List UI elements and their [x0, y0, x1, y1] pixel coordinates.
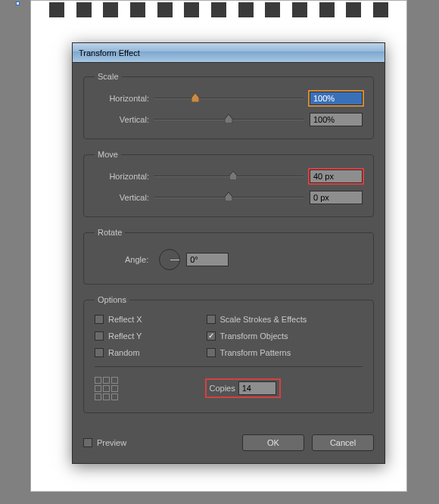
move-h-slider[interactable]: [154, 170, 304, 183]
angle-dial[interactable]: [159, 249, 180, 270]
move-v-label: Vertical:: [95, 193, 154, 202]
options-legend: Options: [95, 295, 129, 304]
reflect-y-label: Reflect Y: [108, 331, 142, 341]
transform-effect-dialog: Transform Effect Scale Horizontal: 100% …: [72, 42, 385, 464]
preview-label: Preview: [97, 438, 126, 447]
scale-v-input[interactable]: 100%: [310, 113, 363, 126]
angle-input[interactable]: 0°: [186, 253, 229, 266]
selection-handle-tl[interactable]: [16, 2, 20, 5]
transform-objects-checkbox[interactable]: ✓Transform Objects: [207, 331, 363, 341]
transform-objects-label: Transform Objects: [220, 331, 288, 341]
svg-marker-1: [225, 114, 232, 123]
svg-marker-3: [225, 192, 232, 201]
artboard-top-marks: [49, 2, 388, 17]
move-v-slider[interactable]: [154, 191, 304, 204]
scale-strokes-checkbox[interactable]: Scale Strokes & Effects: [207, 315, 363, 324]
reflect-x-checkbox[interactable]: Reflect X: [95, 315, 207, 324]
scale-legend: Scale: [95, 72, 122, 81]
reflect-y-checkbox[interactable]: Reflect Y: [95, 331, 207, 341]
move-v-input[interactable]: 0 px: [310, 191, 363, 204]
preview-checkbox[interactable]: Preview: [83, 438, 235, 447]
scale-h-slider[interactable]: [154, 92, 304, 105]
scale-v-label: Vertical:: [95, 115, 154, 124]
scale-h-label: Horizontal:: [95, 94, 154, 103]
move-legend: Move: [95, 150, 121, 159]
svg-marker-2: [229, 171, 237, 180]
ok-button[interactable]: OK: [242, 434, 304, 451]
copies-row: Copies 14: [207, 380, 279, 397]
move-h-input[interactable]: 40 px: [310, 170, 363, 183]
svg-marker-0: [191, 93, 199, 102]
dialog-title: Transform Effect: [79, 48, 140, 58]
rotate-group: Rotate Angle: 0°: [83, 228, 374, 285]
move-h-label: Horizontal:: [95, 172, 154, 181]
copies-input[interactable]: 14: [238, 381, 276, 395]
transform-patterns-checkbox[interactable]: Transform Patterns: [207, 348, 363, 357]
move-group: Move Horizontal: 40 px Vertical:: [83, 150, 374, 217]
scale-strokes-label: Scale Strokes & Effects: [220, 315, 307, 324]
options-group: Options Reflect X Scale Strokes & Effect…: [83, 295, 374, 413]
copies-label: Copies: [210, 384, 235, 393]
scale-group: Scale Horizontal: 100% Vertical:: [83, 72, 374, 139]
transform-patterns-label: Transform Patterns: [220, 348, 291, 357]
cancel-button[interactable]: Cancel: [312, 434, 374, 451]
random-label: Random: [108, 348, 140, 357]
scale-h-input[interactable]: 100%: [310, 92, 363, 105]
dialog-titlebar[interactable]: Transform Effect: [73, 43, 385, 63]
reflect-x-label: Reflect X: [108, 315, 142, 324]
angle-label: Angle:: [125, 255, 153, 264]
anchor-point-selector[interactable]: [95, 376, 207, 400]
scale-v-slider[interactable]: [154, 113, 304, 126]
random-checkbox[interactable]: Random: [95, 348, 207, 357]
rotate-legend: Rotate: [95, 228, 125, 237]
